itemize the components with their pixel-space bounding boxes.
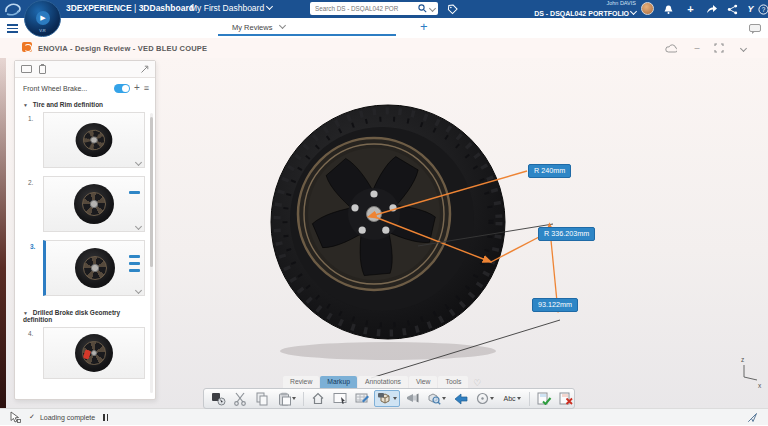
panel-toolbar [15, 61, 155, 78]
tab-label: My Reviews [232, 23, 272, 32]
brand-app[interactable]: 3DDashboard [139, 3, 194, 13]
review-title: Front Wheel Brake... [23, 85, 110, 92]
add-slide-icon[interactable]: + [134, 83, 140, 93]
hamburger-menu-icon[interactable] [7, 24, 18, 35]
svg-text:?: ? [762, 5, 766, 12]
minimize-icon[interactable]: – [690, 42, 704, 54]
zoom-3d-tool-button[interactable] [424, 390, 449, 407]
select-tool-button[interactable] [208, 390, 228, 407]
cloud-icon [664, 42, 678, 54]
capture-3d-view-button[interactable] [374, 390, 400, 407]
slide-chevron-icon[interactable] [135, 287, 142, 294]
compass-play-icon[interactable]: ▶ [36, 11, 50, 25]
slide-number: 1. [28, 115, 33, 122]
tag-icon[interactable] [446, 3, 459, 15]
ribbon-tab-tools[interactable]: Tools [438, 376, 468, 388]
global-search[interactable] [310, 2, 438, 15]
text-dropdown-caret[interactable] [517, 397, 521, 400]
back-button[interactable] [451, 390, 471, 407]
ribbon-tab-annotations[interactable]: Annotations [358, 376, 408, 388]
3dcompass-logo[interactable]: ▶ V.R [24, 0, 61, 37]
layout-icon[interactable] [21, 65, 32, 73]
chevron-down-icon [266, 3, 273, 10]
measurement-chip-r240[interactable]: R 240mm [528, 164, 571, 178]
add-tab-button[interactable]: + [420, 19, 428, 34]
panel-menu-icon[interactable]: ≡ [144, 84, 149, 93]
panel-scrollbar[interactable] [150, 113, 153, 393]
pointer-play-icon[interactable] [747, 412, 758, 423]
text-annotation-button[interactable]: Abc [499, 390, 525, 407]
add-content-icon[interactable]: + [684, 3, 697, 15]
slide-card-4[interactable]: 4. [43, 327, 145, 379]
search-scope-chevron-icon[interactable] [429, 5, 436, 12]
toolbar-separator [529, 392, 530, 406]
copy-button[interactable] [252, 390, 272, 407]
section-label: Drilled Broke disk Geometry definition [23, 309, 120, 323]
avatar[interactable] [641, 2, 654, 15]
3ds-logo [3, 2, 23, 16]
enovia-app-icon [22, 42, 32, 52]
section-collapse-icon[interactable]: ▼ [23, 102, 28, 108]
slide-card-3-selected[interactable]: 3. [43, 240, 145, 296]
home-view-button[interactable] [308, 390, 328, 407]
paste-button[interactable] [274, 390, 299, 407]
circle-annotation-button[interactable] [473, 390, 497, 407]
brand-name: 3DEXPERIENCE [66, 3, 132, 13]
section-tire-rim[interactable]: ▼ Tire and Rim definition [15, 96, 155, 112]
ribbon-tab-markup[interactable]: Markup [320, 376, 357, 388]
delete-markup-button[interactable] [556, 390, 576, 407]
capture-dropdown-caret[interactable] [393, 397, 397, 400]
slide-card-1[interactable]: 1. [43, 112, 145, 168]
publish-markup-button[interactable] [402, 390, 422, 407]
notifications-icon[interactable] [662, 3, 675, 15]
pause-loading-icon[interactable] [103, 414, 108, 421]
user-menu[interactable]: John DAVIS DS - DSQAL042 PORTFOLIO [470, 1, 636, 17]
cut-button[interactable] [230, 390, 250, 407]
ribbon-tab-view[interactable]: View [409, 376, 438, 388]
review-title-row: Front Wheel Brake... + ≡ [15, 78, 155, 96]
window-edge [0, 58, 6, 408]
share-nodes-icon[interactable] [726, 3, 739, 15]
zoom-dropdown-caret[interactable] [442, 397, 446, 400]
share-icon[interactable] [705, 3, 718, 15]
status-bar: ✓ Loading complete [0, 408, 768, 425]
dashboard-switcher[interactable]: My First Dashboard [190, 3, 272, 13]
markup-toolbar: Abc [203, 388, 575, 409]
favorites-heart-icon[interactable]: ♡ [473, 378, 481, 388]
collapse-chevron-icon[interactable] [736, 42, 750, 54]
3d-viewport[interactable]: × z x R 240mm R 336.203mm 93.122mm [156, 58, 768, 408]
slide-chevron-icon[interactable] [135, 159, 142, 166]
section-brake-disk[interactable]: ▼ Drilled Broke disk Geometry definition [15, 304, 155, 327]
wheel-thumbnail [74, 184, 114, 224]
topbar: 3DEXPERIENCE | 3DDashboard My First Dash… [0, 0, 768, 18]
validate-markup-button[interactable] [534, 390, 554, 407]
help-icon[interactable]: ? [757, 3, 768, 15]
measurement-chip-r336[interactable]: R 336.203mm [538, 227, 595, 241]
slide-card-2[interactable]: 2. [43, 176, 145, 232]
axis-x-label: x [758, 382, 762, 389]
wheel-thumbnail [72, 119, 117, 160]
wheel-3d-model[interactable]: × z x [156, 58, 768, 408]
chevron-down-icon [630, 7, 637, 14]
circle-dropdown-caret[interactable] [490, 397, 494, 400]
tab-my-reviews[interactable]: My Reviews [232, 23, 285, 32]
measurement-chip-93[interactable]: 93.122mm [532, 298, 578, 312]
wheel-thumbnail [75, 248, 115, 288]
search-input[interactable] [313, 4, 418, 13]
3dswym-icon[interactable]: Y [744, 3, 757, 15]
review-toggle[interactable] [114, 84, 130, 93]
toolbar-separator [303, 392, 304, 406]
search-icon[interactable] [418, 4, 427, 13]
markup-grid-tool-button[interactable] [352, 390, 372, 407]
ribbon-tab-review[interactable]: Review [283, 376, 319, 388]
slide-chevron-icon[interactable] [135, 223, 142, 230]
feedback-comment-icon[interactable] [749, 24, 761, 34]
fullscreen-icon[interactable] [712, 42, 726, 54]
screenshot-tool-button[interactable] [330, 390, 350, 407]
paste-dropdown-caret[interactable] [292, 397, 296, 400]
clipboard-icon[interactable] [39, 65, 46, 74]
expand-panel-icon[interactable] [140, 65, 149, 74]
section-label: Tire and Rim definition [33, 101, 103, 108]
tab-chevron-icon[interactable] [278, 22, 285, 29]
cursor-mode-icon[interactable] [10, 411, 21, 423]
